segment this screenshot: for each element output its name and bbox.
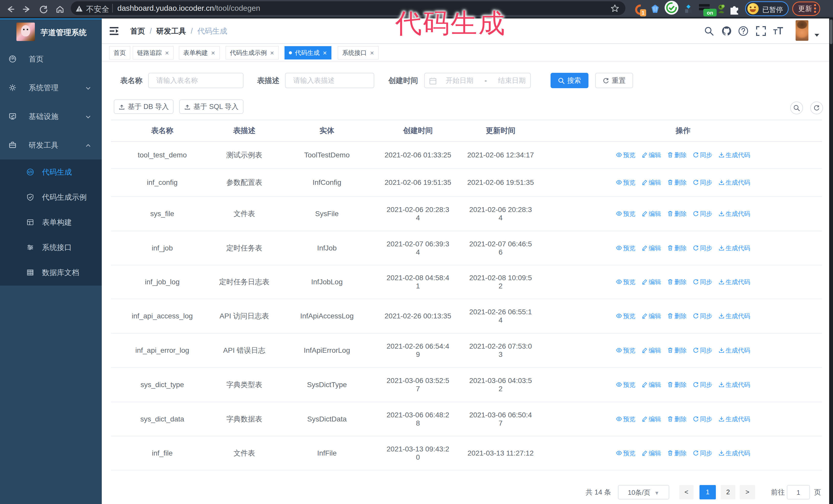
svg-text:1: 1 (642, 10, 644, 16)
svg-text:on: on (707, 10, 713, 16)
